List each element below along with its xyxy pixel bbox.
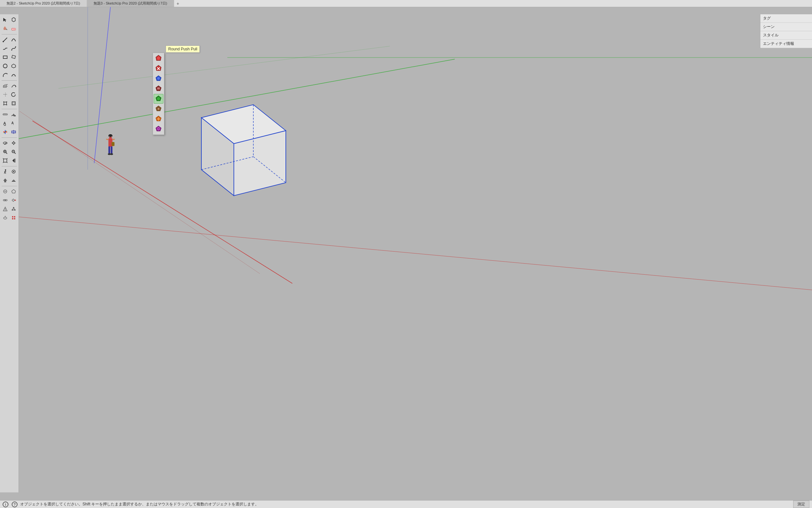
3d-text-button[interactable]: AI bbox=[9, 119, 18, 127]
tool-row-extra1 bbox=[1, 187, 18, 196]
svg-line-99 bbox=[5, 171, 6, 172]
svg-rect-60 bbox=[6, 104, 7, 105]
tab-1[interactable]: 無題2 - SketchUp Pro 2020 (試用期間残り7日) bbox=[0, 0, 87, 7]
look-around-button[interactable] bbox=[9, 167, 18, 176]
svg-marker-55 bbox=[15, 95, 16, 95]
tool-row-move bbox=[1, 90, 18, 99]
rotated-rect-button[interactable] bbox=[9, 53, 18, 61]
tool-row-tape bbox=[1, 110, 18, 119]
sub-tool-6[interactable] bbox=[154, 104, 163, 114]
svg-rect-46 bbox=[3, 86, 6, 87]
svg-rect-57 bbox=[3, 101, 4, 102]
sub-tool-7[interactable] bbox=[154, 114, 163, 124]
walk-view-button[interactable] bbox=[9, 176, 18, 184]
extra-tool-5[interactable] bbox=[1, 205, 9, 213]
offset-tool-button[interactable] bbox=[9, 99, 18, 108]
svg-point-78 bbox=[3, 142, 7, 144]
svg-marker-53 bbox=[5, 94, 7, 95]
follow-me-button[interactable] bbox=[9, 82, 18, 90]
tool-row-paint bbox=[1, 25, 18, 33]
sub-tool-1[interactable] bbox=[154, 54, 163, 64]
extra-tool-8[interactable] bbox=[9, 214, 18, 222]
svg-marker-48 bbox=[6, 85, 8, 86]
position-camera-button[interactable] bbox=[1, 176, 9, 184]
axes-tool-button[interactable] bbox=[1, 128, 9, 136]
svg-point-109 bbox=[15, 200, 16, 201]
svg-text:I: I bbox=[13, 123, 14, 126]
3pt-arc-button[interactable] bbox=[9, 71, 18, 79]
entity-info-panel-item[interactable]: エンティティ情報 bbox=[760, 40, 812, 48]
section-plane-button[interactable] bbox=[9, 128, 18, 136]
svg-line-117 bbox=[14, 208, 15, 210]
separator-4 bbox=[2, 137, 17, 138]
extra-tool-2[interactable] bbox=[9, 187, 18, 196]
human-figure bbox=[104, 134, 117, 160]
bezier-tool-button[interactable] bbox=[9, 44, 18, 53]
svg-marker-106 bbox=[12, 189, 15, 193]
svg-rect-133 bbox=[157, 87, 160, 89]
svg-marker-9 bbox=[201, 118, 234, 196]
svg-line-0 bbox=[94, 7, 110, 163]
sub-tool-8[interactable] bbox=[154, 124, 163, 134]
zoom-window-button[interactable] bbox=[9, 147, 18, 156]
svg-line-15 bbox=[253, 157, 286, 183]
svg-rect-124 bbox=[14, 218, 15, 219]
svg-point-112 bbox=[5, 210, 5, 211]
svg-rect-123 bbox=[12, 218, 13, 219]
sub-tool-3[interactable] bbox=[154, 74, 163, 84]
zoom-button[interactable] bbox=[1, 147, 9, 156]
viewport[interactable]: A AI bbox=[0, 7, 812, 500]
extra-tool-7[interactable] bbox=[1, 214, 9, 222]
status-bar: i ? オブジェクトを選択してください。Shift キーを押したまま選択するか、… bbox=[0, 500, 812, 508]
extra-tool-3[interactable] bbox=[1, 196, 9, 204]
eraser-button[interactable] bbox=[9, 25, 18, 33]
extra-tool-4[interactable] bbox=[9, 196, 18, 204]
svg-point-23 bbox=[108, 154, 111, 155]
svg-rect-122 bbox=[14, 216, 15, 217]
push-pull-button[interactable] bbox=[1, 82, 9, 90]
line-tool-button[interactable] bbox=[1, 35, 9, 44]
move-tool-button[interactable] bbox=[1, 90, 9, 99]
paint-bucket-button[interactable] bbox=[1, 25, 9, 33]
svg-line-1 bbox=[0, 59, 455, 142]
tape-measure-button[interactable] bbox=[1, 110, 9, 119]
previous-view-button[interactable] bbox=[9, 156, 18, 165]
pan-button[interactable] bbox=[9, 139, 18, 147]
tab-2[interactable]: 無題3 - SketchUp Pro 2020 (試用期間残り7日) bbox=[87, 0, 174, 7]
svg-line-5 bbox=[19, 111, 260, 274]
tab-add-button[interactable]: + bbox=[174, 1, 182, 6]
separator-3 bbox=[2, 109, 17, 109]
text-tool-button[interactable]: A bbox=[1, 119, 9, 127]
zoom-extents-button[interactable] bbox=[1, 156, 9, 165]
svg-point-24 bbox=[110, 154, 113, 155]
svg-marker-42 bbox=[12, 64, 15, 68]
sub-tool-5-active[interactable] bbox=[154, 94, 163, 104]
tool-row-orbit bbox=[1, 139, 18, 147]
scene-panel-item[interactable]: シーン bbox=[760, 23, 812, 31]
component-select-button[interactable] bbox=[9, 15, 18, 24]
svg-marker-51 bbox=[5, 95, 6, 96]
tag-panel-item[interactable]: タグ bbox=[760, 14, 812, 23]
orbit-button[interactable] bbox=[1, 139, 9, 147]
walk-button[interactable] bbox=[1, 167, 9, 176]
rotate-tool-button[interactable] bbox=[9, 90, 18, 99]
freehand-tool-button[interactable] bbox=[1, 44, 9, 53]
rectangle-tool-button[interactable] bbox=[1, 53, 9, 61]
protractor-button[interactable] bbox=[9, 110, 18, 119]
polygon-tool-button[interactable] bbox=[9, 62, 18, 70]
style-panel-item[interactable]: スタイル bbox=[760, 31, 812, 40]
select-tool-button[interactable] bbox=[1, 15, 9, 24]
scale-tool-button[interactable] bbox=[1, 99, 9, 108]
extra-tool-6[interactable] bbox=[9, 205, 18, 213]
circle-tool-button[interactable] bbox=[1, 62, 9, 70]
sub-tool-4[interactable] bbox=[154, 84, 163, 94]
svg-line-89 bbox=[6, 158, 7, 159]
svg-rect-121 bbox=[12, 216, 13, 217]
question-icon: ? bbox=[12, 502, 17, 507]
extra-tool-1[interactable] bbox=[1, 187, 9, 196]
sub-tool-2[interactable] bbox=[154, 64, 163, 74]
2pt-arc-button[interactable] bbox=[1, 71, 9, 79]
arc-tool-button[interactable] bbox=[9, 35, 18, 44]
measure-button[interactable]: 測定 bbox=[793, 501, 809, 508]
svg-rect-20 bbox=[111, 146, 112, 154]
